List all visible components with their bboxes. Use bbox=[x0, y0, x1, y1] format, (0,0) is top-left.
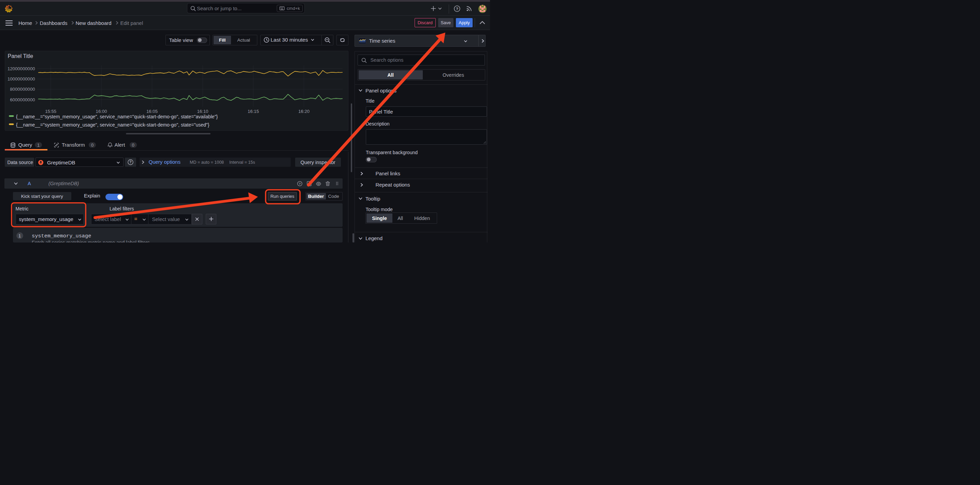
svg-text:{__name__="system_memory_usage: {__name__="system_memory_usage", service… bbox=[16, 114, 218, 119]
svg-text:12000000000: 12000000000 bbox=[8, 66, 35, 71]
svg-text:10000000000: 10000000000 bbox=[8, 76, 35, 81]
svg-text:16:00: 16:00 bbox=[96, 109, 107, 114]
svg-text:16:05: 16:05 bbox=[146, 109, 158, 114]
svg-text:?: ? bbox=[456, 7, 458, 11]
svg-text:?: ? bbox=[129, 160, 131, 164]
svg-text:16:15: 16:15 bbox=[248, 109, 259, 114]
svg-text:{__name__="system_memory_usage: {__name__="system_memory_usage", service… bbox=[16, 122, 210, 127]
svg-text:16:10: 16:10 bbox=[197, 109, 208, 114]
svg-text:8000000000: 8000000000 bbox=[10, 87, 35, 92]
svg-text:6000000000: 6000000000 bbox=[10, 97, 35, 102]
svg-text:?: ? bbox=[299, 182, 301, 186]
svg-text:15:55: 15:55 bbox=[45, 109, 56, 114]
svg-text:16:20: 16:20 bbox=[298, 109, 310, 114]
